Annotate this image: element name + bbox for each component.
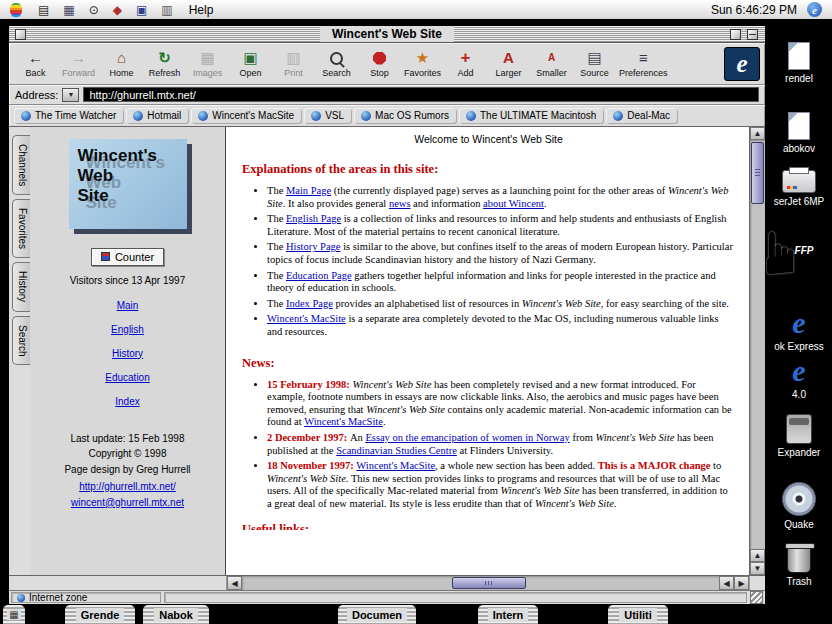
- window-tab-documen[interactable]: Documen: [337, 604, 417, 624]
- disk-menu-icon[interactable]: ▦: [63, 1, 74, 19]
- application-menu-icon[interactable]: e: [807, 2, 822, 17]
- horizontal-scroll-thumb[interactable]: [452, 577, 526, 589]
- window-tab-intern[interactable]: Intern: [477, 604, 539, 624]
- sidebar-link-index[interactable]: Index: [30, 396, 225, 407]
- back-button[interactable]: Back: [14, 44, 57, 83]
- apps-menu-icon[interactable]: ▣: [136, 1, 147, 19]
- content-link[interactable]: Essay on the emancipation of women in No…: [365, 432, 569, 443]
- mini-tab[interactable]: [2, 604, 26, 624]
- close-button[interactable]: [15, 29, 26, 40]
- browser-desktop-icon[interactable]: 4.0: [766, 356, 832, 401]
- favorite-button-6[interactable]: Deal-Mac: [606, 108, 677, 123]
- favorite-button-2[interactable]: Wincent's MacSite: [191, 108, 301, 123]
- content-link[interactable]: English Page: [286, 213, 341, 224]
- trash-desktop-icon[interactable]: Trash: [766, 546, 832, 588]
- favorite-button-3[interactable]: VSL: [304, 108, 351, 123]
- printer-menu-icon[interactable]: ▤: [38, 1, 49, 19]
- content-link[interactable]: Wincent's MacSite: [304, 416, 383, 427]
- collapse-button[interactable]: [747, 29, 758, 40]
- mail-desktop-icon[interactable]: ok Express: [766, 308, 832, 353]
- content-link[interactable]: news: [389, 198, 411, 209]
- print-button[interactable]: Print: [272, 44, 315, 83]
- footer-link[interactable]: wincent@ghurrell.mtx.net: [30, 495, 225, 511]
- favorites-button[interactable]: Favorites: [401, 44, 444, 83]
- sidebar-link-education[interactable]: Education: [30, 372, 225, 383]
- vertical-scroll-thumb[interactable]: [751, 142, 764, 204]
- smaller-button[interactable]: Smaller: [530, 44, 573, 83]
- bullet-item: 2 December 1997: An Essay on the emancip…: [267, 432, 735, 457]
- favorite-button-4[interactable]: Mac OS Rumors: [354, 108, 456, 123]
- text-run: provides an alphabetised list of resourc…: [333, 298, 522, 309]
- scroll-up-arrow[interactable]: ▲: [750, 127, 765, 140]
- search-menu-icon[interactable]: ⊙: [89, 1, 99, 19]
- window-tab-utiliti[interactable]: Utiliti: [607, 604, 669, 624]
- favorite-button-5[interactable]: The ULTIMATE Macintosh: [459, 108, 603, 123]
- resize-grip[interactable]: [750, 591, 763, 604]
- footer-line: Page design by Greg Hurrell: [30, 462, 225, 478]
- clipboard-menu-icon[interactable]: ▥: [161, 1, 172, 19]
- content-link[interactable]: Index Page: [286, 298, 333, 309]
- forward-label: Forward: [62, 68, 95, 78]
- printer-desktop-icon[interactable]: serJet 6MP: [766, 170, 832, 208]
- content-link[interactable]: History Page: [286, 241, 341, 252]
- document-desktop-icon[interactable]: abokov: [766, 112, 832, 155]
- address-dropdown-icon[interactable]: ▼: [62, 88, 79, 102]
- window-tab-nabok[interactable]: Nabok: [142, 604, 210, 624]
- home-button[interactable]: Home: [100, 44, 143, 83]
- add-button[interactable]: Add: [444, 44, 487, 83]
- sharing-menu-icon[interactable]: ◆: [113, 1, 122, 19]
- horizontal-scroll-track[interactable]: [242, 576, 719, 590]
- content-link[interactable]: Education Page: [286, 270, 352, 281]
- utility-desktop-icon[interactable]: Expander: [766, 414, 832, 459]
- content-link[interactable]: Wincent's MacSite: [356, 460, 435, 471]
- help-menu[interactable]: Help: [189, 3, 214, 17]
- vertical-scroll-track[interactable]: [750, 140, 765, 549]
- images-button[interactable]: Images: [186, 44, 229, 83]
- window-titlebar[interactable]: Wincent's Web Site: [9, 26, 765, 43]
- menubar-clock[interactable]: Sun 6:46:29 PM: [711, 3, 797, 17]
- sidebar-link-english[interactable]: English: [30, 324, 225, 335]
- site-logo: Wincent's Web Site Wincent's Web Site: [69, 139, 187, 229]
- vertical-scrollbar[interactable]: ▲ ▲ ▼: [749, 127, 765, 575]
- content-link[interactable]: Scandinavian Studies Centre: [336, 445, 457, 456]
- apple-menu-icon[interactable]: [10, 3, 22, 17]
- bullet-item: Wincent's MacSite is a separate area com…: [267, 313, 735, 338]
- side-tab-strip: ChannelsFavoritesHistorySearch: [9, 127, 30, 575]
- document-icon: [788, 42, 810, 70]
- hand-desktop-icon[interactable]: FFP: [766, 220, 832, 257]
- favorite-button-0[interactable]: The Time Watcher: [14, 108, 123, 123]
- content-link[interactable]: Main Page: [286, 185, 331, 196]
- window-tab-grende[interactable]: Grende: [64, 604, 136, 624]
- scroll-up-arrow-bottom[interactable]: ▲: [750, 549, 765, 562]
- larger-button[interactable]: Larger: [487, 44, 530, 83]
- side-tab-channels[interactable]: Channels: [12, 135, 30, 195]
- scroll-left-arrow[interactable]: ◀: [227, 576, 242, 590]
- disc-desktop-icon[interactable]: Quake: [766, 482, 832, 531]
- content-link[interactable]: about Wincent: [483, 198, 544, 209]
- side-tab-favorites[interactable]: Favorites: [12, 199, 30, 258]
- open-button[interactable]: Open: [229, 44, 272, 83]
- document-desktop-icon[interactable]: rendel: [766, 42, 832, 85]
- desktop: ▤▦⊙◆▣▥ Help Sun 6:46:29 PM e Wincent's W…: [0, 0, 832, 624]
- favorite-button-1[interactable]: Hotmail: [126, 108, 188, 123]
- sidebar-link-history[interactable]: History: [30, 348, 225, 359]
- browser-icon: [792, 356, 805, 386]
- forward-button[interactable]: Forward: [57, 44, 100, 83]
- stop-button[interactable]: Stop: [358, 44, 401, 83]
- refresh-button[interactable]: Refresh: [143, 44, 186, 83]
- preferences-button[interactable]: Preferences: [616, 44, 671, 83]
- footer-link[interactable]: http://ghurrell.mtx.net/: [30, 479, 225, 495]
- side-tab-history[interactable]: History: [12, 262, 30, 311]
- counter-button[interactable]: Counter: [91, 248, 164, 266]
- scroll-down-arrow[interactable]: ▼: [750, 562, 765, 575]
- source-button[interactable]: Source: [573, 44, 616, 83]
- scroll-right-arrow[interactable]: ▶: [734, 576, 749, 590]
- back-icon: [28, 49, 44, 67]
- scroll-left-arrow-right[interactable]: ◀: [719, 576, 734, 590]
- zoom-button[interactable]: [730, 29, 741, 40]
- side-tab-search[interactable]: Search: [12, 316, 30, 366]
- content-link[interactable]: Wincent's MacSite: [267, 313, 346, 324]
- sidebar-link-main[interactable]: Main: [30, 300, 225, 311]
- search-button[interactable]: Search: [315, 44, 358, 83]
- address-input[interactable]: http://ghurrell.mtx.net/: [83, 87, 759, 102]
